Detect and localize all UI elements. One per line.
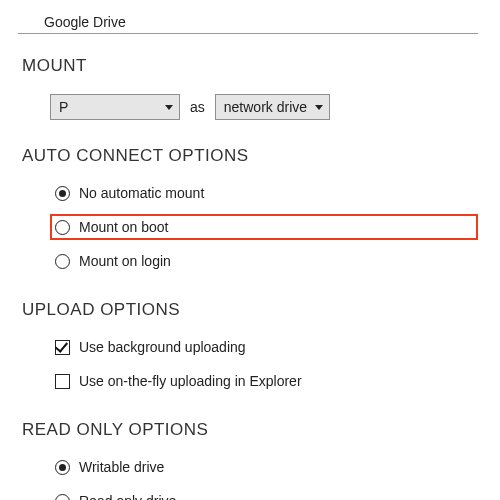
radio-icon xyxy=(55,186,70,201)
radio-mount-on-login[interactable]: Mount on login xyxy=(50,248,478,274)
check-label: Use on-the-fly uploading in Explorer xyxy=(79,373,302,389)
radio-mount-on-boot[interactable]: Mount on boot xyxy=(50,214,478,240)
radio-icon xyxy=(55,220,70,235)
readonly-options: Writable drive Read only drive xyxy=(22,454,478,500)
drive-letter-value: P xyxy=(59,99,68,115)
radio-icon xyxy=(55,494,70,501)
check-onthefly-uploading[interactable]: Use on-the-fly uploading in Explorer xyxy=(50,368,478,394)
radio-writable-drive[interactable]: Writable drive xyxy=(50,454,478,480)
page-title: Google Drive xyxy=(18,14,478,34)
chevron-down-icon xyxy=(315,105,323,110)
radio-label: Mount on boot xyxy=(79,219,169,235)
section-heading-mount: MOUNT xyxy=(22,56,478,76)
section-heading-upload: UPLOAD OPTIONS xyxy=(22,300,478,320)
radio-icon xyxy=(55,460,70,475)
drive-letter-select[interactable]: P xyxy=(50,94,180,120)
radio-read-only-drive[interactable]: Read only drive xyxy=(50,488,478,500)
mount-row: P as network drive xyxy=(22,94,478,120)
check-background-uploading[interactable]: Use background uploading xyxy=(50,334,478,360)
radio-icon xyxy=(55,254,70,269)
as-label: as xyxy=(190,99,205,115)
upload-options: Use background uploading Use on-the-fly … xyxy=(22,334,478,394)
mount-type-select[interactable]: network drive xyxy=(215,94,330,120)
auto-connect-options: No automatic mount Mount on boot Mount o… xyxy=(22,180,478,274)
section-heading-readonly: READ ONLY OPTIONS xyxy=(22,420,478,440)
mount-type-value: network drive xyxy=(224,99,307,115)
radio-label: Mount on login xyxy=(79,253,171,269)
radio-label: Writable drive xyxy=(79,459,164,475)
radio-label: No automatic mount xyxy=(79,185,204,201)
section-heading-auto-connect: AUTO CONNECT OPTIONS xyxy=(22,146,478,166)
radio-label: Read only drive xyxy=(79,493,176,500)
chevron-down-icon xyxy=(165,105,173,110)
check-label: Use background uploading xyxy=(79,339,246,355)
checkbox-icon xyxy=(55,374,70,389)
radio-no-automatic-mount[interactable]: No automatic mount xyxy=(50,180,478,206)
checkbox-icon xyxy=(55,340,70,355)
